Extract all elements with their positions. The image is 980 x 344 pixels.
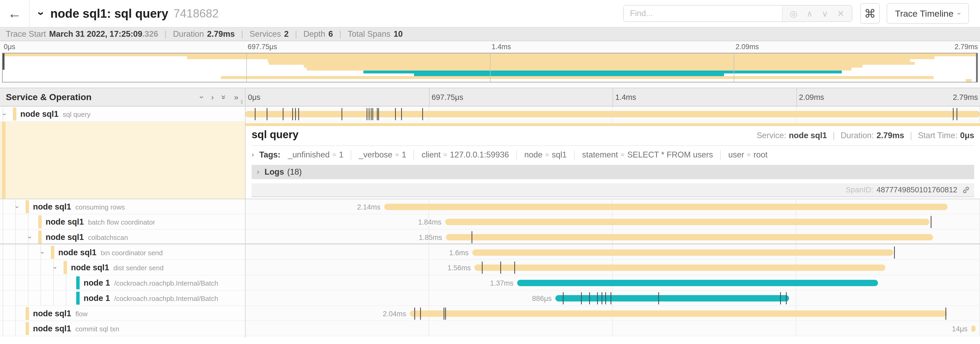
tag-key: client (422, 150, 441, 160)
span-bar[interactable] (555, 295, 789, 301)
span-row[interactable]: ›node sql1sql query (0, 107, 980, 122)
span-bar[interactable] (245, 111, 980, 117)
span-tree-cell[interactable]: node 1/cockroach.roachpb.Internal/Batch (0, 291, 245, 306)
span-bar[interactable] (517, 280, 878, 286)
span-timeline-cell[interactable]: 886μs (245, 291, 980, 306)
span-timeline-cell[interactable]: 1.85ms (245, 230, 980, 245)
span-tree-cell[interactable]: ›node sql1consuming rows (0, 199, 245, 214)
span-timeline-cell[interactable]: 2.14ms (245, 199, 980, 214)
span-timeline-cell[interactable]: 1.37ms (245, 275, 980, 290)
log-tick-mark (292, 108, 293, 120)
tag-item: _verbose=1 (359, 150, 414, 160)
tags-row[interactable]: › Tags: _unfinished=1_verbose=1client=12… (251, 150, 974, 160)
span-duration-label: 1.56ms (447, 264, 471, 272)
summary-value-fraction: .326 (142, 29, 158, 39)
tag-equals: = (395, 150, 399, 159)
tree-indent-guide (41, 275, 41, 290)
span-row[interactable]: node sql1flow2.04ms (0, 306, 980, 321)
span-bar[interactable] (446, 234, 933, 240)
span-tree-cell[interactable]: node sql1batch flow coordinator (0, 214, 245, 229)
minimap-canvas[interactable] (2, 53, 978, 82)
span-bar[interactable] (971, 325, 976, 332)
span-row[interactable]: ›node sql1txn coordinator send1.6ms (0, 245, 980, 260)
find-input[interactable] (624, 6, 782, 21)
span-row[interactable]: ›node sql1colbatchscan1.85ms (0, 230, 980, 245)
tree-collapse-chevron-icon[interactable]: › (51, 267, 59, 269)
chevron-down-icon: › (955, 13, 963, 15)
span-bar[interactable] (384, 204, 948, 210)
span-timeline-cell[interactable] (245, 107, 980, 121)
tree-collapse-chevron-icon[interactable]: › (0, 113, 9, 115)
span-tree-cell[interactable]: ›node sql1colbatchscan (0, 230, 245, 245)
duration-label: Duration: (841, 131, 874, 140)
trace-timeline-page: ← › node sql1: sql query 7418682 ◎ ∧ ∨ ✕… (0, 0, 980, 344)
link-icon[interactable] (961, 186, 970, 194)
span-detail-meta: Service: node sql1 | Duration: 2.79ms | … (757, 131, 974, 140)
tree-collapse-chevron-icon[interactable]: › (26, 236, 34, 238)
summary-value: 2 (284, 29, 288, 39)
span-service-name: node sql1txn coordinator send (58, 248, 163, 258)
view-selector-button[interactable]: Trace Timeline › (887, 3, 969, 24)
span-service-name: node sql1dist sender send (71, 263, 164, 272)
trace-collapse-chevron-icon[interactable]: › (35, 12, 48, 16)
logs-toggle[interactable]: › Logs (18) (251, 165, 974, 179)
spanid-label: SpanID: (846, 186, 873, 194)
tag-value: SELECT * FROM users (627, 150, 713, 160)
next-result-icon[interactable]: ∨ (822, 9, 828, 18)
span-row[interactable]: ›node sql1consuming rows2.14ms (0, 199, 980, 214)
back-button[interactable]: ← (0, 0, 30, 27)
span-timeline-cell[interactable]: 1.56ms (245, 260, 980, 275)
summary-separator: | (165, 29, 167, 39)
span-timeline-cell[interactable]: 2.04ms (245, 306, 980, 321)
span-row[interactable]: ›node sql1dist sender send1.56ms (0, 260, 980, 275)
span-duration-label: 2.14ms (357, 203, 380, 211)
span-color-bar (51, 246, 54, 259)
span-row[interactable]: node 1/cockroach.roachpb.Internal/Batch1… (0, 275, 980, 291)
minimap-left-handle[interactable] (3, 53, 5, 70)
tree-indent-guide (3, 230, 3, 245)
span-tree-cell[interactable]: node sql1commit sql txn (0, 321, 245, 336)
collapse-all-icon[interactable]: » (220, 95, 228, 99)
span-service-name: node sql1colbatchscan (46, 232, 128, 242)
span-duration-label: 1.37ms (490, 279, 514, 288)
expand-all-icon[interactable]: » (234, 93, 239, 101)
tree-indent-guide (15, 230, 16, 245)
span-row[interactable]: node sql1commit sql txn14μs (0, 321, 980, 336)
clear-search-icon[interactable]: ✕ (837, 9, 845, 18)
rows-bottom-border (0, 243, 980, 244)
log-tick-mark (953, 108, 954, 120)
span-service-name: node 1/cockroach.roachpb.Internal/Batch (84, 294, 218, 303)
log-tick-mark (395, 108, 396, 120)
span-tree-cell[interactable]: ›node sql1sql query (0, 107, 245, 121)
keyboard-shortcuts-button[interactable]: ⌘ (860, 3, 880, 24)
tag-item: _unfinished=1 (288, 150, 351, 160)
tree-collapse-chevron-icon[interactable]: › (13, 206, 21, 208)
tag-item: statement=SELECT * FROM users (582, 150, 721, 160)
span-tree-cell[interactable]: ›node sql1dist sender send (0, 260, 245, 275)
span-row[interactable]: node sql1batch flow coordinator1.84ms (0, 214, 980, 230)
prev-result-icon[interactable]: ∧ (807, 9, 813, 18)
collapse-one-icon[interactable]: › (198, 96, 206, 99)
span-duration-label: 14μs (952, 325, 967, 333)
span-timeline-cell[interactable]: 1.84ms (245, 214, 980, 229)
minimap-right-handle[interactable] (976, 53, 977, 82)
tree-collapse-chevron-icon[interactable]: › (38, 251, 47, 254)
span-tree-cell[interactable]: ›node sql1txn coordinator send (0, 245, 245, 260)
span-tree-cell[interactable]: node 1/cockroach.roachpb.Internal/Batch (0, 275, 245, 290)
expand-one-icon[interactable]: › (211, 93, 214, 101)
span-tree-cell[interactable]: node sql1flow (0, 306, 245, 321)
tree-indent-guide (28, 245, 29, 260)
span-bar[interactable] (474, 264, 885, 271)
spanid-row: SpanID: 4877749850101760812 (251, 183, 974, 197)
span-row[interactable]: node 1/cockroach.roachpb.Internal/Batch8… (0, 291, 980, 306)
column-divider[interactable] (245, 88, 245, 338)
locate-icon[interactable]: ◎ (790, 9, 797, 18)
span-bar[interactable] (410, 310, 947, 317)
span-timeline-cell[interactable]: 14μs (245, 321, 980, 336)
span-bar[interactable] (473, 250, 893, 256)
span-timeline-cell[interactable]: 1.6ms (245, 245, 980, 260)
span-bar[interactable] (445, 219, 929, 225)
tree-indent-guide (3, 321, 3, 336)
span-duration-label: 1.6ms (449, 249, 469, 257)
column-resize-grip[interactable]: ‖ (240, 99, 243, 106)
